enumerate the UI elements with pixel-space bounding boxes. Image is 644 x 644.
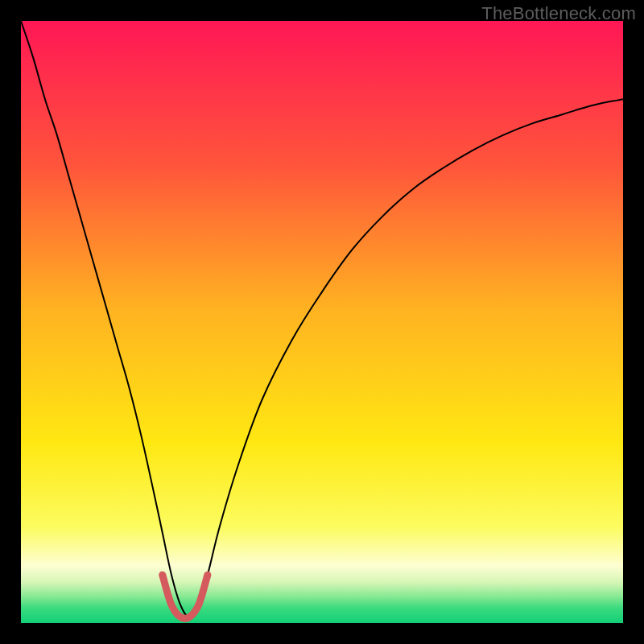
watermark-text: TheBottleneck.com	[481, 3, 636, 24]
bottleneck-chart	[21, 21, 623, 623]
chart-background	[21, 21, 623, 623]
chart-frame	[21, 21, 623, 623]
